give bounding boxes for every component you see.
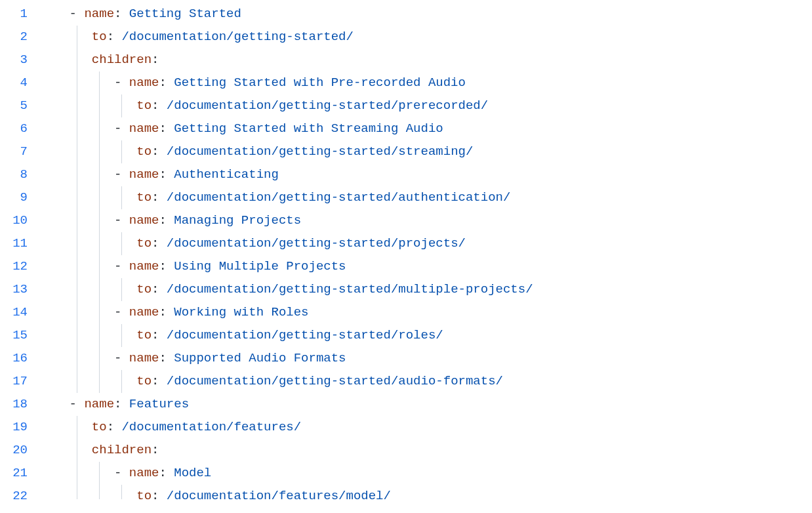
line-number: 11 bbox=[0, 232, 39, 255]
indent-guide bbox=[77, 49, 77, 72]
line-number: 10 bbox=[0, 209, 39, 232]
code-line[interactable]: - name: Getting Started bbox=[39, 3, 812, 26]
yaml-dash: - bbox=[39, 121, 129, 136]
code-line[interactable]: - name: Working with Roles bbox=[39, 301, 812, 324]
line-number: 21 bbox=[0, 462, 39, 485]
indent-guide bbox=[99, 186, 100, 209]
code-line[interactable]: to: /documentation/features/ bbox=[39, 416, 812, 439]
indent-guide bbox=[77, 416, 77, 439]
code-line[interactable]: to: /documentation/getting-started/audio… bbox=[39, 370, 812, 393]
yaml-key: to bbox=[136, 489, 152, 499]
code-line[interactable]: - name: Model bbox=[39, 462, 812, 485]
yaml-value: Getting Started bbox=[129, 7, 241, 21]
line-number: 19 bbox=[0, 416, 39, 439]
yaml-colon: : bbox=[152, 236, 159, 251]
indent-space bbox=[39, 30, 92, 44]
indent-guide bbox=[121, 94, 122, 117]
yaml-value: Managing Projects bbox=[174, 213, 301, 228]
yaml-colon: : bbox=[159, 351, 166, 365]
line-number: 5 bbox=[0, 94, 39, 117]
line-number: 17 bbox=[0, 370, 39, 393]
indent-guide bbox=[77, 26, 77, 49]
yaml-colon: : bbox=[159, 259, 166, 274]
indent-guide bbox=[77, 301, 77, 324]
indent-guide bbox=[121, 278, 122, 301]
code-line[interactable]: - name: Supported Audio Formats bbox=[39, 347, 812, 370]
code-line[interactable]: - name: Getting Started with Pre-recorde… bbox=[39, 72, 812, 94]
code-line[interactable]: - name: Features bbox=[39, 393, 812, 416]
yaml-value: Supported Audio Formats bbox=[174, 351, 346, 365]
indent-guide bbox=[99, 255, 100, 278]
indent-guide bbox=[77, 209, 77, 232]
yaml-dash: - bbox=[39, 75, 129, 90]
code-line[interactable]: - name: Authenticating bbox=[39, 163, 812, 186]
code-line[interactable]: - name: Using Multiple Projects bbox=[39, 255, 812, 278]
code-line[interactable]: to: /documentation/getting-started/authe… bbox=[39, 186, 812, 209]
code-line[interactable]: to: /documentation/getting-started/prere… bbox=[39, 94, 812, 117]
indent-guide bbox=[99, 301, 100, 324]
yaml-value: Model bbox=[174, 466, 211, 480]
yaml-value: /documentation/getting-started/audio-for… bbox=[167, 374, 503, 388]
indent-guide bbox=[77, 140, 77, 163]
yaml-key: children bbox=[92, 52, 152, 67]
line-number: 15 bbox=[0, 324, 39, 347]
yaml-colon: : bbox=[159, 305, 166, 319]
yaml-key: name bbox=[129, 167, 159, 182]
line-number-gutter: 12345678910111213141516171819202122 bbox=[0, 0, 39, 513]
code-line[interactable]: to: /documentation/getting-started/strea… bbox=[39, 140, 812, 163]
indent-guide bbox=[121, 186, 122, 209]
yaml-value: /documentation/getting-started/projects/ bbox=[167, 236, 466, 251]
yaml-colon: : bbox=[159, 213, 166, 228]
code-area[interactable]: - name: Getting Started to: /documentati… bbox=[39, 0, 812, 513]
yaml-colon: : bbox=[152, 144, 159, 159]
yaml-key: name bbox=[129, 351, 159, 365]
line-number: 13 bbox=[0, 278, 39, 301]
indent-guide bbox=[77, 232, 77, 255]
line-number: 6 bbox=[0, 117, 39, 140]
indent-guide bbox=[99, 209, 100, 232]
yaml-value: Using Multiple Projects bbox=[174, 259, 346, 274]
code-line[interactable]: to: /documentation/features/model/ bbox=[39, 485, 812, 499]
indent-guide bbox=[99, 485, 100, 499]
yaml-key: to bbox=[136, 190, 152, 205]
yaml-colon: : bbox=[159, 121, 166, 136]
code-line[interactable]: to: /documentation/getting-started/ bbox=[39, 26, 812, 49]
yaml-dash: - bbox=[39, 466, 129, 480]
yaml-key: to bbox=[136, 98, 152, 113]
line-number: 22 bbox=[0, 485, 39, 508]
yaml-key: name bbox=[129, 121, 159, 136]
yaml-colon: : bbox=[159, 167, 166, 182]
yaml-key: to bbox=[136, 374, 152, 388]
indent-guide bbox=[99, 72, 100, 94]
indent-space bbox=[39, 420, 92, 434]
yaml-value: /documentation/features/ bbox=[121, 420, 301, 434]
yaml-colon: : bbox=[107, 420, 114, 434]
yaml-colon: : bbox=[152, 52, 159, 67]
code-line[interactable]: - name: Managing Projects bbox=[39, 209, 812, 232]
indent-guide bbox=[77, 439, 77, 462]
yaml-value: /documentation/getting-started/prerecord… bbox=[167, 98, 488, 113]
yaml-key: to bbox=[136, 328, 152, 342]
yaml-key: name bbox=[84, 7, 114, 21]
code-line[interactable]: to: /documentation/getting-started/roles… bbox=[39, 324, 812, 347]
indent-guide bbox=[77, 117, 77, 140]
yaml-key: to bbox=[136, 144, 152, 159]
yaml-value: Getting Started with Streaming Audio bbox=[174, 121, 443, 136]
code-line[interactable]: - name: Getting Started with Streaming A… bbox=[39, 117, 812, 140]
code-line[interactable]: to: /documentation/getting-started/multi… bbox=[39, 278, 812, 301]
code-editor[interactable]: 12345678910111213141516171819202122 - na… bbox=[0, 0, 812, 513]
indent-guide bbox=[99, 324, 100, 347]
yaml-value: /documentation/features/model/ bbox=[167, 489, 391, 499]
line-number: 7 bbox=[0, 140, 39, 163]
indent-guide bbox=[99, 117, 100, 140]
yaml-value: /documentation/getting-started/roles/ bbox=[167, 328, 443, 342]
code-line[interactable]: children: bbox=[39, 439, 812, 462]
code-line[interactable]: children: bbox=[39, 49, 812, 72]
indent-guide bbox=[77, 163, 77, 186]
indent-guide bbox=[99, 370, 100, 393]
yaml-colon: : bbox=[152, 489, 159, 499]
yaml-dash: - bbox=[39, 167, 129, 182]
indent-space bbox=[39, 443, 92, 457]
indent-guide bbox=[77, 72, 77, 94]
code-line[interactable]: to: /documentation/getting-started/proje… bbox=[39, 232, 812, 255]
